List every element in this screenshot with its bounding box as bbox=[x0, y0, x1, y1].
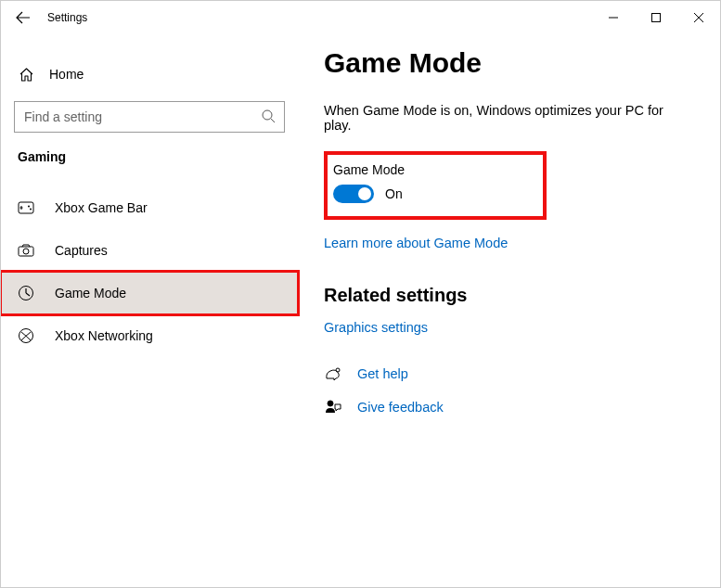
game-mode-setting-block: Game Mode On bbox=[324, 151, 547, 220]
gamemode-icon bbox=[18, 285, 34, 301]
sidebar: Home Gaming Xbox Game Bar Captures bbox=[1, 34, 298, 587]
close-icon bbox=[694, 13, 703, 22]
sidebar-item-home[interactable]: Home bbox=[1, 55, 298, 94]
game-mode-toggle[interactable] bbox=[333, 185, 374, 203]
sidebar-item-captures[interactable]: Captures bbox=[1, 229, 298, 272]
svg-point-1 bbox=[263, 110, 272, 120]
game-mode-label: Game Mode bbox=[333, 162, 537, 177]
gamebar-icon bbox=[18, 199, 34, 216]
svg-point-10 bbox=[328, 401, 333, 406]
minimize-icon bbox=[609, 13, 618, 22]
page-title: Game Mode bbox=[324, 47, 694, 79]
sidebar-item-label: Xbox Game Bar bbox=[55, 200, 148, 215]
svg-point-4 bbox=[30, 209, 32, 211]
toggle-knob bbox=[358, 187, 371, 200]
sidebar-item-game-mode[interactable]: Game Mode bbox=[1, 272, 298, 314]
svg-rect-0 bbox=[652, 14, 661, 22]
svg-point-6 bbox=[23, 249, 29, 254]
svg-point-3 bbox=[28, 206, 30, 208]
page-description: When Game Mode is on, Windows optimizes … bbox=[324, 103, 694, 133]
home-icon bbox=[18, 66, 34, 83]
main-content: Game Mode When Game Mode is on, Windows … bbox=[298, 34, 720, 587]
xbox-icon bbox=[18, 327, 34, 344]
feedback-icon bbox=[324, 399, 342, 415]
search-icon bbox=[261, 109, 276, 123]
give-feedback-link[interactable]: Give feedback bbox=[357, 400, 444, 415]
game-mode-toggle-state: On bbox=[385, 186, 403, 201]
learn-more-link[interactable]: Learn more about Game Mode bbox=[324, 236, 508, 250]
close-button[interactable] bbox=[677, 3, 720, 32]
sidebar-item-label: Game Mode bbox=[55, 286, 126, 300]
get-help-link[interactable]: Get help bbox=[357, 366, 408, 381]
captures-icon bbox=[18, 242, 34, 259]
minimize-button[interactable] bbox=[592, 3, 635, 32]
home-label: Home bbox=[49, 67, 84, 82]
related-settings-title: Related settings bbox=[324, 285, 694, 306]
sidebar-item-xbox-game-bar[interactable]: Xbox Game Bar bbox=[1, 186, 298, 229]
sidebar-item-label: Captures bbox=[55, 243, 108, 258]
maximize-icon bbox=[651, 13, 661, 22]
sidebar-item-xbox-networking[interactable]: Xbox Networking bbox=[1, 314, 298, 357]
title-bar: Settings bbox=[1, 1, 720, 34]
svg-point-9 bbox=[336, 368, 340, 372]
sidebar-section-title: Gaming bbox=[1, 149, 298, 164]
back-arrow-icon bbox=[16, 10, 31, 25]
maximize-button[interactable] bbox=[635, 3, 677, 32]
help-icon bbox=[324, 365, 342, 382]
back-button[interactable] bbox=[1, 1, 45, 34]
search-input[interactable] bbox=[14, 101, 285, 133]
sidebar-item-label: Xbox Networking bbox=[55, 328, 153, 343]
graphics-settings-link[interactable]: Graphics settings bbox=[324, 320, 428, 335]
window-title: Settings bbox=[45, 11, 592, 24]
